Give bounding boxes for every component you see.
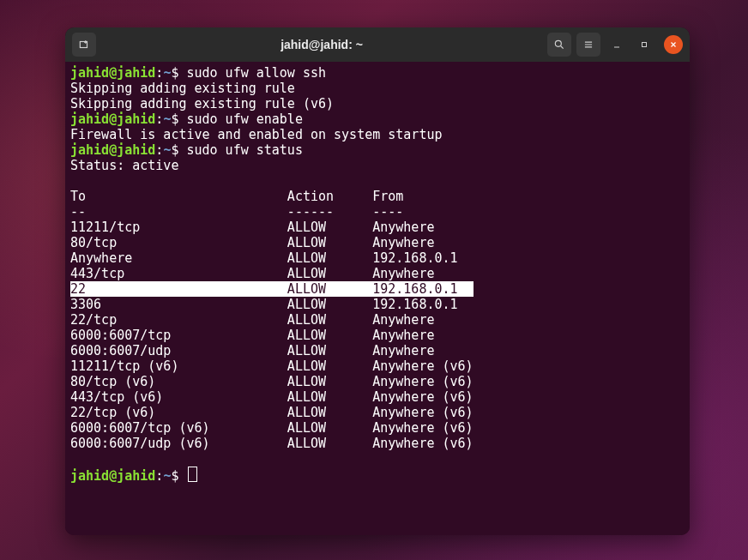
titlebar: jahid@jahid: ~ xyxy=(65,27,690,62)
svg-point-3 xyxy=(555,40,561,46)
svg-line-4 xyxy=(561,46,564,49)
cursor xyxy=(188,467,197,482)
hamburger-icon xyxy=(582,39,594,51)
window-title: jahid@jahid: ~ xyxy=(101,38,542,51)
new-tab-icon xyxy=(78,39,90,51)
new-tab-button[interactable] xyxy=(72,33,96,57)
close-button[interactable] xyxy=(664,35,683,54)
desktop-background: jahid@jahid: ~ jahid@jahid:~$ sudo ufw a… xyxy=(0,0,748,560)
terminal-window: jahid@jahid: ~ jahid@jahid:~$ sudo ufw a… xyxy=(65,27,690,535)
minimize-icon xyxy=(612,39,622,50)
maximize-icon xyxy=(639,39,649,50)
search-button[interactable] xyxy=(547,33,571,57)
menu-button[interactable] xyxy=(576,33,600,57)
search-icon xyxy=(553,39,565,51)
maximize-button[interactable] xyxy=(633,33,655,57)
close-icon xyxy=(669,40,678,49)
svg-rect-9 xyxy=(642,43,647,47)
terminal-content[interactable]: jahid@jahid:~$ sudo ufw allow ssh Skippi… xyxy=(65,62,690,535)
minimize-button[interactable] xyxy=(606,33,628,57)
